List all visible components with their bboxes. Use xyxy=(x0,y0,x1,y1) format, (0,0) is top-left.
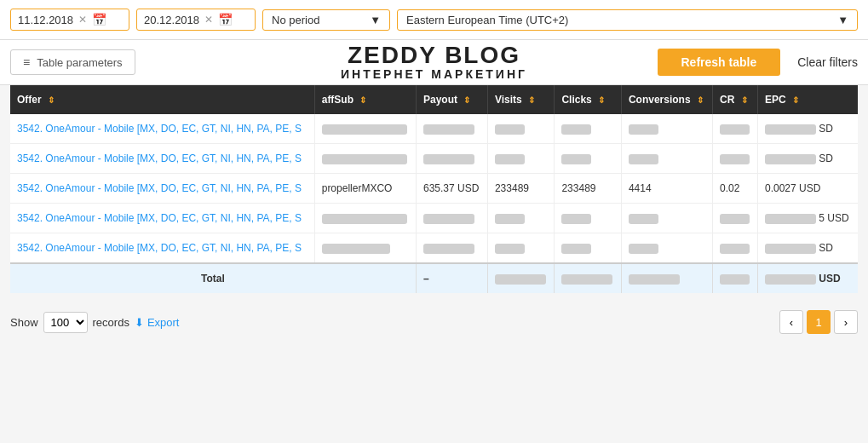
offer-link[interactable]: 3542. OneAmour - Mobile [MX, DO, EC, GT,… xyxy=(17,212,302,224)
export-label: Export xyxy=(147,316,180,329)
table-row: 3542. OneAmour - Mobile [MX, DO, EC, GT,… xyxy=(10,114,858,144)
table-wrap: Offer ⇕ affSub ⇕ Payout ⇕ Visits ⇕ Click… xyxy=(0,85,868,303)
table-header-row: Offer ⇕ affSub ⇕ Payout ⇕ Visits ⇕ Click… xyxy=(10,85,858,114)
second-bar: ≡ Table parameters ZEDDY BLOG ИНТЕРНЕТ М… xyxy=(0,40,868,85)
pagination-next-button[interactable]: › xyxy=(834,310,858,334)
offer-link[interactable]: 3542. OneAmour - Mobile [MX, DO, EC, GT,… xyxy=(17,123,302,135)
pagination-prev-button[interactable]: ‹ xyxy=(779,310,803,334)
col-offer[interactable]: Offer ⇕ xyxy=(10,85,314,114)
col-payout[interactable]: Payout ⇕ xyxy=(416,85,487,114)
footer-conversions-blurred xyxy=(621,263,712,293)
sort-clicks-icon: ⇕ xyxy=(598,95,605,105)
cell-payout xyxy=(416,233,487,264)
table-row: 3542. OneAmour - Mobile [MX, DO, EC, GT,… xyxy=(10,204,858,233)
cell-epc: SD xyxy=(758,114,859,144)
timezone-label: Eastern European Time (UTC+2) xyxy=(406,14,568,26)
bottom-left: Show 100 50 200 records ⬇ Export xyxy=(10,312,179,333)
show-label: Show xyxy=(10,316,38,329)
sliders-icon: ≡ xyxy=(23,55,30,69)
table-row: 3542. OneAmour - Mobile [MX, DO, EC, GT,… xyxy=(10,233,858,264)
cell-epc: 0.0027 USD xyxy=(758,174,859,204)
table-row: 3542. OneAmour - Mobile [MX, DO, EC, GT,… xyxy=(10,174,858,204)
cell-offer[interactable]: 3542. OneAmour - Mobile [MX, DO, EC, GT,… xyxy=(10,144,314,174)
clear-filters-button[interactable]: Clear filters xyxy=(797,55,858,69)
date-from-value: 11.12.2018 xyxy=(18,14,73,26)
sort-conversions-icon: ⇕ xyxy=(697,95,704,105)
col-conversions[interactable]: Conversions ⇕ xyxy=(621,85,712,114)
cell-cr: 0.02 xyxy=(713,174,758,204)
date-to-input[interactable]: 20.12.2018 ✕ 📅 xyxy=(136,9,256,31)
period-select[interactable]: No period ▼ xyxy=(262,9,390,31)
col-affsub[interactable]: affSub ⇕ xyxy=(314,85,416,114)
cell-cr xyxy=(713,144,758,174)
date-to-value: 20.12.2018 xyxy=(144,14,199,26)
cell-conversions xyxy=(621,114,712,144)
offer-link[interactable]: 3542. OneAmour - Mobile [MX, DO, EC, GT,… xyxy=(17,242,302,254)
cell-epc: SD xyxy=(758,144,859,174)
cell-cr xyxy=(713,114,758,144)
right-actions: Refresh table Clear filters xyxy=(658,49,859,76)
refresh-table-button[interactable]: Refresh table xyxy=(658,49,781,76)
sort-offer-icon: ⇕ xyxy=(48,95,55,105)
sort-epc-icon: ⇕ xyxy=(792,95,799,105)
export-icon: ⬇ xyxy=(135,316,144,329)
col-visits[interactable]: Visits ⇕ xyxy=(487,85,555,114)
cell-affsub xyxy=(314,204,416,233)
cell-epc: SD xyxy=(758,233,859,264)
bottom-bar: Show 100 50 200 records ⬇ Export ‹ 1 › xyxy=(0,303,868,341)
offer-link[interactable]: 3542. OneAmour - Mobile [MX, DO, EC, GT,… xyxy=(17,152,302,164)
footer-clicks-blurred xyxy=(555,263,622,293)
date-from-clear-icon[interactable]: ✕ xyxy=(78,14,87,26)
date-from-calendar-icon[interactable]: 📅 xyxy=(92,13,106,26)
col-clicks[interactable]: Clicks ⇕ xyxy=(555,85,622,114)
footer-cr-blurred xyxy=(713,263,758,293)
timezone-select[interactable]: Eastern European Time (UTC+2) ▼ xyxy=(397,9,858,31)
pagination-page-1-button[interactable]: 1 xyxy=(807,310,831,334)
top-bar: 11.12.2018 ✕ 📅 20.12.2018 ✕ 📅 No period … xyxy=(0,0,868,40)
cell-payout: 635.37 USD xyxy=(416,174,487,204)
cell-offer[interactable]: 3542. OneAmour - Mobile [MX, DO, EC, GT,… xyxy=(10,204,314,233)
cell-clicks xyxy=(555,114,622,144)
export-button[interactable]: ⬇ Export xyxy=(135,316,180,329)
cell-affsub: propellerMXCO xyxy=(314,174,416,204)
cell-payout xyxy=(416,144,487,174)
cell-cr xyxy=(713,233,758,264)
cell-payout xyxy=(416,204,487,233)
cell-offer[interactable]: 3542. OneAmour - Mobile [MX, DO, EC, GT,… xyxy=(10,233,314,264)
cell-conversions: 4414 xyxy=(621,174,712,204)
sort-affsub-icon: ⇕ xyxy=(359,95,366,105)
date-to-calendar-icon[interactable]: 📅 xyxy=(218,13,233,26)
date-from-input[interactable]: 11.12.2018 ✕ 📅 xyxy=(10,9,129,31)
cell-offer[interactable]: 3542. OneAmour - Mobile [MX, DO, EC, GT,… xyxy=(10,114,314,144)
cell-visits: 233489 xyxy=(487,174,555,204)
logo-subtitle: ИНТЕРНЕТ МАРКЕТИНГ xyxy=(341,67,527,81)
cell-visits xyxy=(487,114,555,144)
table-row: 3542. OneAmour - Mobile [MX, DO, EC, GT,… xyxy=(10,144,858,174)
cell-affsub xyxy=(314,144,416,174)
period-chevron-icon: ▼ xyxy=(370,14,381,26)
sort-payout-icon: ⇕ xyxy=(463,95,470,105)
cell-clicks: 233489 xyxy=(555,174,622,204)
cell-visits xyxy=(487,204,555,233)
col-epc[interactable]: EPC ⇕ xyxy=(758,85,859,114)
cell-affsub xyxy=(314,233,416,264)
cell-epc: 5 USD xyxy=(758,204,859,233)
records-per-page-select[interactable]: 100 50 200 xyxy=(43,312,88,333)
cell-offer[interactable]: 3542. OneAmour - Mobile [MX, DO, EC, GT,… xyxy=(10,174,314,204)
offer-link[interactable]: 3542. OneAmour - Mobile [MX, DO, EC, GT,… xyxy=(17,182,302,194)
sort-visits-icon: ⇕ xyxy=(528,95,535,105)
date-to-clear-icon[interactable]: ✕ xyxy=(204,14,213,26)
cell-clicks xyxy=(555,204,622,233)
table-params-button[interactable]: ≡ Table parameters xyxy=(10,49,135,75)
cell-conversions xyxy=(621,233,712,264)
cell-clicks xyxy=(555,144,622,174)
table-params-label: Table parameters xyxy=(37,56,122,69)
col-cr[interactable]: CR ⇕ xyxy=(713,85,758,114)
cell-visits xyxy=(487,233,555,264)
cell-cr xyxy=(713,204,758,233)
logo: ZEDDY BLOG ИНТЕРНЕТ МАРКЕТИНГ xyxy=(341,43,527,81)
footer-dash: – xyxy=(416,263,487,293)
cell-affsub xyxy=(314,114,416,144)
logo-title: ZEDDY BLOG xyxy=(341,43,527,67)
cell-clicks xyxy=(555,233,622,264)
